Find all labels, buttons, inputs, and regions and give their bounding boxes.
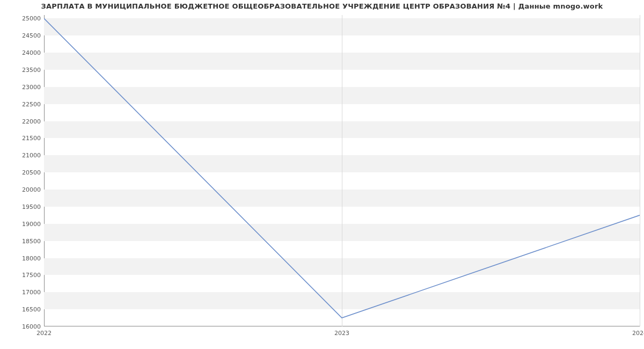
x-tick-label: 2024 — [632, 330, 644, 337]
y-tick-label: 23000 — [22, 83, 41, 90]
y-tick-label: 20000 — [22, 186, 41, 193]
y-tick-label: 19000 — [22, 220, 41, 227]
series-line — [44, 18, 640, 318]
y-tick-label: 22500 — [22, 100, 41, 107]
chart-container: ЗАРПЛАТА В МУНИЦИПАЛЬНОЕ БЮДЖЕТНОЕ ОБЩЕО… — [0, 0, 644, 349]
plot-area: 2022202320241600016500170001750018000185… — [44, 15, 640, 326]
y-tick-label: 19500 — [22, 203, 41, 210]
grid-line-vertical — [640, 15, 640, 326]
y-tick-label: 24500 — [22, 32, 41, 39]
y-tick-label: 20500 — [22, 169, 41, 176]
y-tick-label: 18500 — [22, 237, 41, 244]
y-tick-label: 18000 — [22, 255, 41, 261]
chart-title: ЗАРПЛАТА В МУНИЦИПАЛЬНОЕ БЮДЖЕТНОЕ ОБЩЕО… — [0, 2, 644, 10]
y-tick-label: 25000 — [22, 15, 41, 22]
line-series — [44, 15, 640, 326]
y-tick-label: 21000 — [22, 152, 41, 159]
y-tick-label: 24000 — [22, 49, 41, 56]
y-tick-label: 16500 — [22, 306, 41, 313]
y-tick-label: 23500 — [22, 66, 41, 73]
x-tick-label: 2022 — [36, 330, 52, 337]
y-tick-label: 17000 — [22, 289, 41, 296]
y-tick-label: 22000 — [22, 118, 41, 125]
y-tick-label: 21500 — [22, 135, 41, 142]
y-tick-label: 16000 — [22, 323, 41, 330]
y-tick-label: 17500 — [22, 272, 41, 279]
x-tick-label: 2023 — [334, 330, 349, 337]
